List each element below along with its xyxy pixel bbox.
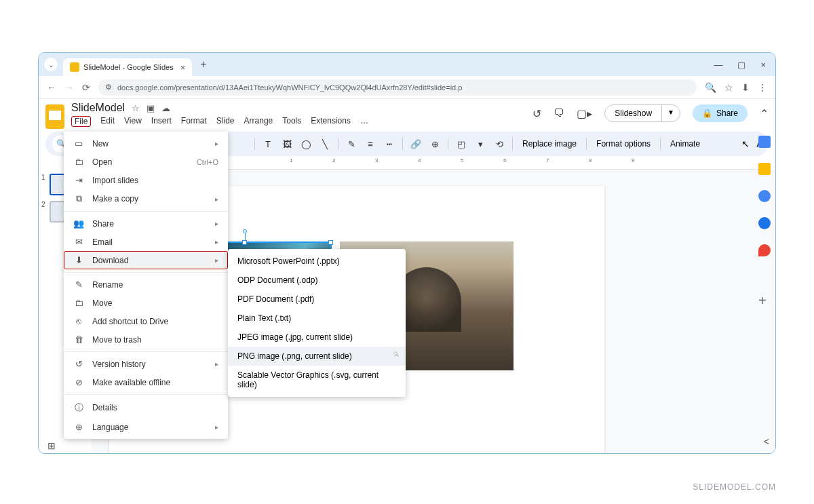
shape-button[interactable]: ◯ [297,139,315,149]
replace-image-button[interactable]: Replace image [517,136,582,151]
image-button[interactable]: 🖼 [278,139,296,149]
menu-view[interactable]: View [124,116,142,127]
copy-icon: ⧉ [73,193,84,204]
email-icon: ✉ [73,237,84,247]
tasks-icon[interactable] [758,190,771,202]
new-icon: ▭ [73,138,84,149]
move-folder-icon: 🗀 [73,298,84,308]
slides-favicon [70,62,79,72]
contacts-icon[interactable] [758,217,771,229]
file-menu-email[interactable]: ✉Email▸ [64,233,228,251]
calendar-icon[interactable] [758,136,771,148]
animate-button[interactable]: Animate [665,136,705,151]
expand-panel-button[interactable]: < [764,436,769,447]
format-options-button[interactable]: Format options [591,136,656,151]
browser-menu-icon[interactable]: ⋮ [758,82,767,93]
reload-button[interactable]: ⟳ [82,82,90,93]
border-color-button[interactable]: ✎ [343,139,360,149]
language-icon: ⊕ [73,422,84,432]
minimize-button[interactable]: — [714,60,722,70]
file-menu-open[interactable]: 🗀OpenCtrl+O [64,153,228,171]
star-icon[interactable]: ☆ [132,103,140,113]
file-menu-new[interactable]: ▭New▸ [64,134,228,153]
downloads-icon[interactable]: ⬇ [741,82,750,93]
file-menu-rename[interactable]: ✎Rename [64,275,228,294]
details-icon: ⓘ [73,402,84,414]
menu-extensions[interactable]: Extensions [311,116,351,127]
line-button[interactable]: ╲ [316,139,334,149]
share-button[interactable]: 🔒 Share [693,104,748,122]
download-svg[interactable]: Scalable Vector Graphics (.svg, current … [228,366,406,394]
back-button[interactable]: ← [47,82,56,93]
watermark: SLIDEMODEL.COM [693,482,776,492]
site-info-icon[interactable]: ⚙ [105,83,112,92]
zoom-icon[interactable]: 🔍 [705,82,716,93]
slides-logo[interactable] [45,104,64,129]
close-tab-icon[interactable]: × [180,62,186,73]
reset-image-button[interactable]: ⟲ [490,139,508,149]
file-menu-version-history[interactable]: ↺Version history▸ [64,355,228,373]
file-menu-add-shortcut[interactable]: ⎋Add shortcut to Drive [64,312,228,330]
move-icon[interactable]: ▣ [147,103,155,113]
new-tab-button[interactable]: + [200,58,206,71]
download-pdf[interactable]: PDF Document (.pdf) [228,290,406,309]
comment-button[interactable]: ⊕ [426,139,444,149]
crop-button[interactable]: ◰ [452,139,470,149]
file-menu-make-copy[interactable]: ⧉Make a copy▸ [64,189,228,208]
download-pptx[interactable]: Microsoft PowerPoint (.pptx) [228,252,406,271]
menu-arrange[interactable]: Arrange [244,116,273,127]
menu-file[interactable]: File [71,116,91,127]
share-icon: 👥 [73,218,84,229]
meet-icon[interactable]: ▢▸ [577,107,592,120]
border-dash-button[interactable]: ┅ [381,139,398,149]
download-odp[interactable]: ODP Document (.odp) [228,271,406,290]
grid-view-button[interactable]: ⊞ [47,440,56,451]
cloud-status-icon[interactable]: ☁ [161,103,170,113]
collapse-panel-icon[interactable]: ⌃ [760,107,769,120]
mask-button[interactable]: ▾ [471,139,489,149]
file-menu-import-slides[interactable]: ⇥Import slides [64,171,228,189]
slideshow-dropdown[interactable]: ▼ [661,105,680,121]
maximize-button[interactable]: ▢ [737,60,745,70]
menu-slide[interactable]: Slide [216,116,235,127]
link-button[interactable]: 🔗 [407,139,425,149]
file-menu-share[interactable]: 👥Share▸ [64,214,228,233]
maps-icon[interactable] [758,244,771,256]
file-menu-make-offline[interactable]: ⊘Make available offline [64,373,228,391]
comments-icon[interactable]: 🗨 [554,107,564,119]
text-box-button[interactable]: T [259,139,277,149]
file-menu-details[interactable]: ⓘDetails [64,398,228,418]
document-title[interactable]: SlideModel [71,102,125,114]
tab-search-button[interactable]: ⌄ [44,58,58,71]
download-png[interactable]: PNG image (.png, current slide) [228,347,406,366]
app-header: SlideModel ☆ ▣ ☁ File Edit View Insert F… [39,99,775,129]
download-txt[interactable]: Plain Text (.txt) [228,309,406,328]
bookmark-icon[interactable]: ☆ [724,82,733,93]
menu-tools[interactable]: Tools [282,116,301,127]
forward-button[interactable]: → [64,82,74,93]
download-submenu: Microsoft PowerPoint (.pptx) ODP Documen… [228,249,406,397]
shortcut-icon: ⎋ [73,316,84,326]
menu-insert[interactable]: Insert [151,116,172,127]
file-menu-language[interactable]: ⊕Language▸ [64,418,228,436]
tab-strip: ⌄ SlideModel - Google Slides × + — ▢ × [39,53,775,76]
menu-edit[interactable]: Edit [100,116,115,127]
file-menu-move-to-trash[interactable]: 🗑Move to trash [64,330,228,349]
address-bar-row: ← → ⟳ ⚙ docs.google.com/presentation/d/1… [39,76,775,99]
menu-format[interactable]: Format [181,116,207,127]
file-menu-move[interactable]: 🗀Move [64,294,228,312]
lock-icon: 🔒 [702,109,712,118]
select-mode-icon[interactable]: ↖ [741,138,750,149]
keep-icon[interactable] [758,163,771,175]
browser-tab[interactable]: SlideModel - Google Slides × [63,58,192,76]
download-jpeg[interactable]: JPEG image (.jpg, current slide) [228,328,406,347]
close-window-button[interactable]: × [760,60,766,70]
menu-overflow[interactable]: … [360,116,368,127]
slideshow-button[interactable]: Slideshow ▼ [604,104,680,122]
history-icon[interactable]: ↺ [532,107,541,120]
add-on-plus-icon[interactable]: + [758,293,771,305]
border-weight-button[interactable]: ≡ [362,139,379,149]
address-bar[interactable]: ⚙ docs.google.com/presentation/d/13AAei1… [98,79,697,96]
file-menu-download[interactable]: ⬇Download▸ [64,251,228,269]
download-icon: ⬇ [73,255,84,265]
